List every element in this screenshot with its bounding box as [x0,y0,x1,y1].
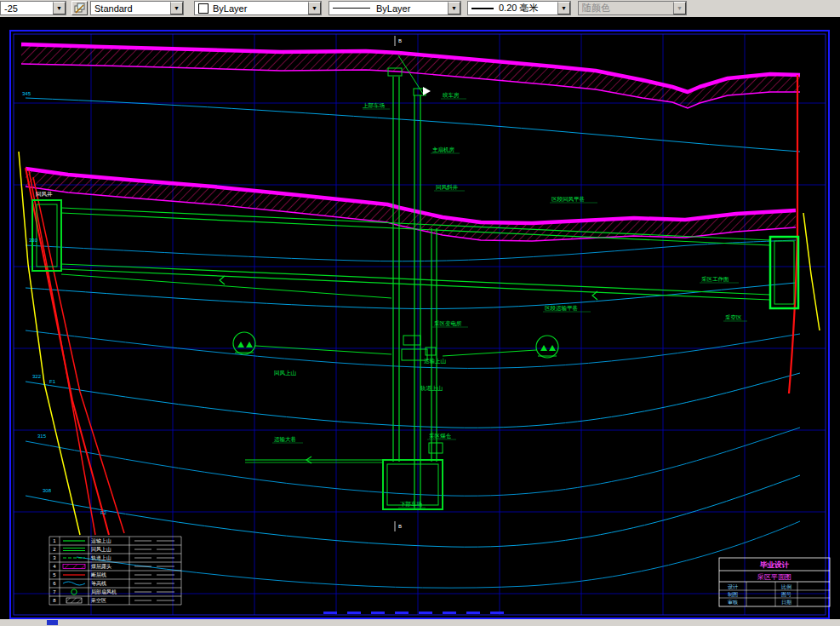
layer-combo-arrow-icon[interactable]: ▼ [53,2,66,14]
label-return-rise: 回风上山 [274,370,297,376]
label-district-return: 区段回风平巷 [551,196,585,202]
text-style-combo-value: Standard [94,3,170,14]
label-goaf: 采空区 [725,314,742,320]
fan-symbol-right [536,336,558,358]
boundary-lines-yellow [19,152,820,535]
label-lower-yard: 下部车场 [400,501,422,508]
linetype-combo[interactable]: ByLayer ▼ [329,1,461,15]
legend-row-name: 煤层露头 [91,564,111,570]
cad-application-window: -25 ▼ Standard ▼ ByLayer ▼ ByLayer ▼ 0.2 [0,0,840,626]
layer-icon [74,3,85,14]
title-block-field: 制图 [728,592,738,598]
text-style-combo-arrow-icon[interactable]: ▼ [170,2,183,14]
contour-label-texts: 345 330 322 315 308 F1 F2 [22,91,107,515]
linetype-combo-value: ByLayer [376,3,448,14]
label-main-fan: 主扇机房 [432,146,455,152]
lineweight-combo[interactable]: 0.20 毫米 ▼ [467,1,571,15]
fault-label: F2 [100,510,107,515]
fault-label: F1 [49,379,56,384]
contour-label: 315 [37,434,47,439]
legend-row-no: 5 [53,572,56,577]
plot-style-combo: 随颜色 ▼ [578,1,687,15]
title-block-drawing-title: 采区平面图 [757,573,791,581]
section-marker-bottom: B [398,524,402,529]
legend-row-name: 局部扇风机 [91,589,117,595]
contour-lines [26,98,800,588]
legend-table: 1 2 3 4 5 6 7 8 运输上山 回风上山 轨道上山 煤层露头 断层线 … [49,537,181,605]
legend-row-name: 运输上山 [91,538,111,544]
fan-symbol-left [233,332,255,354]
text-style-combo[interactable]: Standard ▼ [90,1,184,15]
legend-row-name: 采空区 [90,597,106,603]
contour-label: 330 [29,238,38,243]
title-block-field: 图号 [781,592,791,598]
title-block-field: 设计 [728,583,738,589]
shaft-portal-flag [423,87,431,95]
grid-layer [14,34,826,615]
title-block-field: 日期 [781,600,791,606]
label-substation: 采区变电所 [434,320,462,327]
linetype-combo-arrow-icon[interactable]: ▼ [448,2,460,14]
color-combo-value: ByLayer [213,3,308,14]
layer-combo-value: -25 [4,3,53,14]
make-object-layer-current-button[interactable] [71,1,88,15]
title-block-field: 审核 [728,599,738,605]
plot-style-combo-value: 随颜色 [582,2,673,14]
legend-row-no: 6 [53,581,56,586]
contour-label: 322 [32,374,42,379]
legend-row-name: 轨道上山 [91,555,111,560]
title-block-field: 比例 [781,584,791,590]
current-color-swatch [198,3,209,14]
label-return-shaft: 回风井 [36,191,53,197]
label-working-face: 采区工作面 [701,276,729,282]
direction-arrow-icon [220,276,225,284]
title-block: 毕业设计 采区平面图 设计 制图 审核 比例 图号 日期 [719,558,830,606]
label-track-rise: 轨道上山 [420,385,443,391]
legend-row-no: 8 [53,598,56,603]
lineweight-combo-value: 0.20 毫米 [499,2,557,14]
section-marker-top: B [398,38,402,43]
bottom-scroll-strip[interactable] [0,619,840,626]
plot-style-combo-arrow-icon: ▼ [673,2,686,14]
label-coal-bunker: 采区煤仓 [429,433,452,439]
label-winch-house: 绞车房 [443,92,460,98]
color-combo-arrow-icon[interactable]: ▼ [308,2,321,14]
lineweight-combo-arrow-icon[interactable]: ▼ [557,2,570,14]
contour-label: 345 [22,91,31,96]
scale-dashes [323,612,504,614]
contour-label: 308 [43,488,52,493]
label-return-incline: 回风斜井 [436,184,459,191]
drawing-area[interactable]: 上部车场 绞车房 主扇机房 回风斜井 区段回风平巷 区段运输平巷 采区工作面 采… [0,17,840,619]
mine-workings-green [32,55,798,509]
legend-row-no: 4 [53,564,56,569]
label-main-haulage: 运输大巷 [274,436,296,443]
legend-row-no: 2 [53,547,56,552]
legend-row-no: 3 [53,555,56,560]
properties-toolbar: -25 ▼ Standard ▼ ByLayer ▼ ByLayer ▼ 0.2 [0,0,840,18]
legend-row-name: 回风上山 [91,547,111,553]
label-upper-yard: 上部车场 [363,102,385,109]
title-block-project: 毕业设计 [759,560,790,569]
color-combo[interactable]: ByLayer ▼ [194,1,322,15]
linetype-preview-icon [333,8,370,9]
label-district-haulage: 区段运输平巷 [545,305,578,312]
scroll-indicator[interactable] [47,620,58,625]
label-haulage-rise: 运输上山 [424,358,447,365]
fault-lines-red [26,75,797,535]
layer-combo[interactable]: -25 ▼ [0,1,66,15]
drawing-labels: 上部车场 绞车房 主扇机房 回风斜井 区段回风平巷 区段运输平巷 采区工作面 采… [36,92,747,508]
drawing-frame [10,31,829,618]
legend-row-name: 断层线 [91,572,106,577]
legend-row-name: 等高线 [91,580,106,586]
legend-row-no: 1 [53,538,56,543]
lineweight-preview-icon [471,8,494,9]
